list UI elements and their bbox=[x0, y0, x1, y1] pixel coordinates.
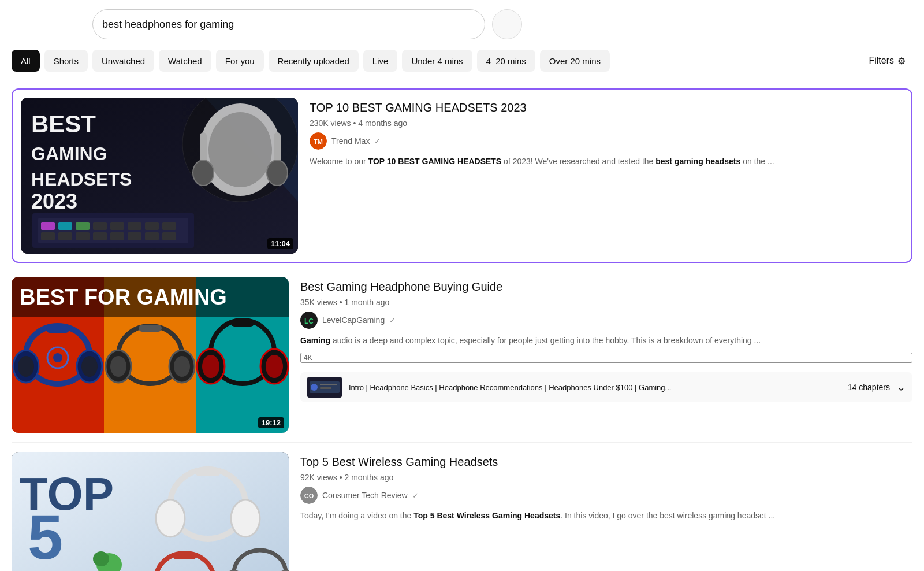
channel-avatar: LC bbox=[300, 312, 318, 329]
search-button[interactable] bbox=[464, 22, 475, 27]
svg-text:BEST FOR GAMING: BEST FOR GAMING bbox=[20, 285, 227, 309]
svg-text:2023: 2023 bbox=[31, 190, 77, 213]
svg-rect-29 bbox=[76, 222, 90, 230]
svg-rect-78 bbox=[195, 468, 221, 476]
chip-under-4[interactable]: Under 4 mins bbox=[402, 50, 472, 72]
video-title[interactable]: Best Gaming Headphone Buying Guide bbox=[300, 279, 912, 294]
channel-name: Trend Max bbox=[331, 136, 370, 146]
search-bar-container bbox=[0, 0, 924, 45]
svg-rect-20 bbox=[58, 232, 72, 240]
svg-rect-14 bbox=[93, 222, 107, 230]
chapters-row[interactable]: Intro | Headphone Basics | Headphone Rec… bbox=[300, 372, 912, 402]
svg-rect-57 bbox=[231, 320, 254, 327]
chapters-count: 14 chapters bbox=[848, 383, 890, 392]
svg-point-76 bbox=[156, 500, 185, 537]
search-divider bbox=[461, 16, 461, 33]
channel-name: LevelCapGaming bbox=[322, 316, 385, 325]
svg-rect-21 bbox=[76, 232, 90, 240]
chip-recently-uploaded[interactable]: Recently uploaded bbox=[269, 50, 359, 72]
search-clear-button[interactable] bbox=[449, 22, 459, 27]
svg-point-52 bbox=[110, 356, 126, 377]
video-card-result-2: BEST FOR GAMING 19:12Best Gaming Headpho… bbox=[12, 268, 912, 442]
video-info: Top 5 Best Wireless Gaming Headsets92K v… bbox=[300, 452, 912, 522]
video-meta: 230K views • 4 months ago bbox=[310, 118, 903, 128]
svg-rect-26 bbox=[162, 232, 176, 240]
svg-rect-17 bbox=[145, 222, 159, 230]
chip-all[interactable]: All bbox=[12, 50, 40, 72]
results-container: BEST GAMING HEADSETS 2023 11:04TOP 10 BE… bbox=[0, 79, 924, 571]
channel-row[interactable]: LC LevelCapGaming ✓ bbox=[300, 312, 912, 329]
svg-text:BEST: BEST bbox=[31, 110, 96, 138]
chip-for-you[interactable]: For you bbox=[216, 50, 264, 72]
svg-rect-43 bbox=[46, 326, 69, 333]
svg-rect-68 bbox=[320, 387, 331, 389]
more-options-button[interactable] bbox=[892, 20, 901, 29]
svg-rect-27 bbox=[41, 222, 55, 230]
video-description: Today, I'm doing a video on the Top 5 Be… bbox=[300, 510, 912, 522]
video-title[interactable]: TOP 10 BEST GAMING HEADSETS 2023 bbox=[310, 100, 903, 115]
video-description: Welcome to our TOP 10 BEST GAMING HEADSE… bbox=[310, 155, 903, 168]
filter-row: AllShortsUnwatchedWatchedFor youRecently… bbox=[0, 45, 924, 79]
search-input[interactable] bbox=[102, 18, 449, 31]
svg-rect-15 bbox=[110, 222, 124, 230]
video-card-result-1: BEST GAMING HEADSETS 2023 11:04TOP 10 BE… bbox=[12, 88, 912, 263]
channel-row[interactable]: CO Consumer Tech Review ✓ bbox=[300, 487, 912, 504]
chip-live[interactable]: Live bbox=[363, 50, 398, 72]
chip-over-20[interactable]: Over 20 mins bbox=[540, 50, 610, 72]
svg-point-45 bbox=[81, 356, 98, 377]
svg-text:HEADSETS: HEADSETS bbox=[31, 169, 132, 190]
svg-point-53 bbox=[174, 356, 190, 377]
chip-unwatched[interactable]: Unwatched bbox=[92, 50, 154, 72]
filters-icon: ⚙ bbox=[897, 55, 906, 66]
channel-name: Consumer Tech Review bbox=[322, 491, 408, 500]
thumbnail-result-3[interactable]: TOP 5 bbox=[12, 452, 289, 571]
svg-point-4 bbox=[208, 112, 272, 187]
svg-rect-18 bbox=[162, 222, 176, 230]
mic-button[interactable] bbox=[492, 9, 522, 39]
svg-text:CO: CO bbox=[304, 492, 314, 499]
thumbnail-result-1[interactable]: BEST GAMING HEADSETS 2023 11:04 bbox=[21, 98, 298, 254]
video-meta: 35K views • 1 month ago bbox=[300, 298, 912, 307]
search-bar bbox=[92, 9, 485, 39]
filter-label: Filters bbox=[869, 55, 894, 66]
video-card-result-3: TOP 5 Top 5 Best Wireless Gaming Headset… bbox=[12, 443, 912, 571]
svg-rect-16 bbox=[128, 222, 141, 230]
svg-rect-28 bbox=[58, 222, 72, 230]
video-info: Best Gaming Headphone Buying Guide35K vi… bbox=[300, 277, 912, 402]
verified-icon: ✓ bbox=[374, 137, 381, 146]
svg-rect-24 bbox=[128, 232, 141, 240]
video-description: Gaming audio is a deep and complex topic… bbox=[300, 335, 912, 347]
duration-badge: 19:12 bbox=[258, 417, 284, 428]
svg-point-7 bbox=[193, 160, 214, 186]
channel-avatar: TM bbox=[310, 132, 327, 150]
channel-avatar: CO bbox=[300, 487, 318, 504]
duration-badge: 11:04 bbox=[267, 238, 293, 249]
svg-point-8 bbox=[267, 160, 288, 186]
svg-point-47 bbox=[53, 353, 62, 362]
svg-rect-25 bbox=[145, 232, 159, 240]
filters-button[interactable]: Filters ⚙ bbox=[862, 52, 912, 70]
svg-text:TM: TM bbox=[314, 138, 323, 145]
svg-point-66 bbox=[311, 384, 318, 391]
svg-point-72 bbox=[93, 551, 109, 566]
verified-icon: ✓ bbox=[412, 491, 419, 500]
svg-point-44 bbox=[18, 356, 34, 377]
chip-shorts[interactable]: Shorts bbox=[44, 50, 88, 72]
4k-badge: 4K bbox=[300, 353, 912, 363]
video-info: TOP 10 BEST GAMING HEADSETS 2023230K vie… bbox=[310, 98, 903, 168]
svg-text:5: 5 bbox=[28, 501, 63, 571]
svg-rect-82 bbox=[173, 553, 196, 559]
verified-icon: ✓ bbox=[389, 316, 396, 325]
svg-text:LC: LC bbox=[304, 317, 314, 325]
thumbnail-result-2[interactable]: BEST FOR GAMING 19:12 bbox=[12, 277, 289, 433]
chip-4-20[interactable]: 4–20 mins bbox=[477, 50, 535, 72]
svg-rect-19 bbox=[41, 232, 55, 240]
svg-point-58 bbox=[202, 355, 219, 378]
video-title[interactable]: Top 5 Best Wireless Gaming Headsets bbox=[300, 454, 912, 469]
svg-point-59 bbox=[266, 355, 283, 378]
svg-rect-22 bbox=[93, 232, 107, 240]
channel-row[interactable]: TM Trend Max ✓ bbox=[310, 132, 903, 150]
svg-rect-51 bbox=[139, 325, 162, 332]
svg-rect-23 bbox=[110, 232, 124, 240]
chip-watched[interactable]: Watched bbox=[159, 50, 211, 72]
